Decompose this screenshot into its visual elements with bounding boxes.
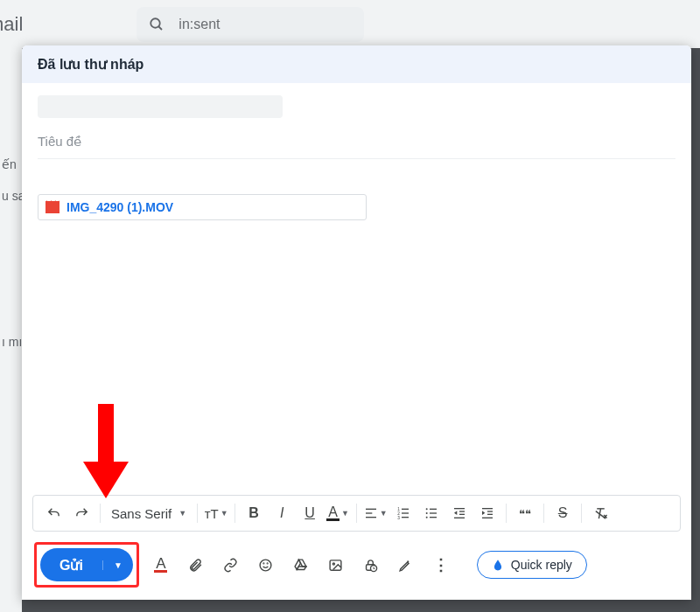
svg-point-0 — [151, 18, 161, 28]
recipients-row[interactable] — [38, 83, 676, 118]
svg-line-1 — [159, 26, 163, 30]
separator — [356, 504, 357, 523]
separator — [506, 504, 507, 523]
chevron-down-icon: ▼ — [341, 509, 349, 518]
chevron-down-icon: ▼ — [178, 509, 186, 518]
insert-drive-button[interactable] — [288, 552, 314, 578]
insert-signature-button[interactable] — [393, 552, 419, 578]
background-header: mail in:sent — [0, 0, 700, 48]
quick-reply-button[interactable]: Quick reply — [477, 551, 587, 579]
search-icon — [149, 17, 164, 32]
redo-button[interactable] — [68, 501, 94, 525]
send-button-label: Gửi — [40, 557, 102, 574]
insert-emoji-button[interactable] — [253, 552, 279, 578]
confidential-mode-button[interactable] — [358, 552, 384, 578]
separator — [543, 504, 544, 523]
separator — [100, 504, 101, 523]
send-button-highlight: Gửi ▼ — [34, 542, 139, 588]
compose-bottom-toolbar: Gửi ▼ A ⋮ Quic — [22, 532, 691, 600]
bulleted-list-button[interactable] — [418, 501, 444, 525]
attach-file-button[interactable] — [183, 552, 209, 578]
send-button[interactable]: Gửi ▼ — [40, 548, 133, 581]
font-family-select[interactable]: Sans Serif ▼ — [106, 506, 192, 521]
compose-message-area[interactable]: IMG_4290 (1).MOV — [38, 159, 676, 495]
compose-body: Tiêu đề IMG_4290 (1).MOV — [22, 83, 691, 495]
indent-more-button[interactable] — [474, 501, 500, 525]
svg-point-14 — [426, 508, 428, 510]
logo-fragment: mail — [0, 13, 23, 36]
separator — [197, 504, 198, 523]
svg-point-15 — [426, 512, 428, 514]
insert-link-button[interactable] — [218, 552, 244, 578]
water-drop-icon — [492, 558, 504, 572]
quote-button[interactable]: ❝❝ — [512, 501, 538, 525]
send-more-options[interactable]: ▼ — [102, 560, 133, 570]
quick-reply-label: Quick reply — [511, 558, 572, 572]
svg-point-33 — [268, 563, 269, 564]
compose-window: Đã lưu thư nháp Tiêu đề IMG_4290 (1).MOV… — [22, 45, 691, 600]
subject-input[interactable]: Tiêu đề — [38, 118, 676, 159]
background-search-bar: in:sent — [136, 7, 364, 42]
numbered-list-button[interactable]: 123 — [390, 501, 416, 525]
undo-button[interactable] — [40, 501, 66, 525]
svg-point-16 — [426, 517, 428, 518]
italic-button[interactable]: I — [269, 501, 295, 525]
align-button[interactable]: ▼ — [362, 501, 388, 525]
svg-point-35 — [333, 563, 335, 565]
underline-button[interactable]: U — [297, 501, 323, 525]
chevron-down-icon: ▼ — [220, 509, 228, 518]
svg-point-31 — [260, 560, 271, 571]
font-size-button[interactable]: тT ▼ — [203, 501, 229, 525]
svg-point-32 — [263, 563, 264, 564]
text-color-button[interactable]: A ▼ — [325, 501, 351, 525]
recipient-chip-placeholder — [38, 95, 283, 118]
strikethrough-button[interactable]: S — [550, 501, 576, 525]
separator — [581, 504, 582, 523]
text-color-button[interactable]: A — [148, 552, 174, 578]
attachment-chip[interactable]: IMG_4290 (1).MOV — [38, 194, 367, 220]
insert-photo-button[interactable] — [323, 552, 349, 578]
formatting-toolbar: Sans Serif ▼ тT ▼ B I U A ▼ ▼ 123 — [32, 495, 681, 532]
indent-less-button[interactable] — [446, 501, 472, 525]
attachment-filename: IMG_4290 (1).MOV — [66, 200, 173, 214]
bold-button[interactable]: B — [241, 501, 267, 525]
video-file-icon — [46, 201, 60, 213]
remove-formatting-button[interactable] — [587, 501, 613, 525]
chevron-down-icon: ▼ — [380, 509, 388, 518]
more-options-button[interactable]: ⋮ — [428, 552, 454, 578]
svg-text:3: 3 — [397, 516, 400, 520]
compose-header: Đã lưu thư nháp — [22, 45, 691, 83]
separator — [234, 504, 235, 523]
search-value: in:sent — [178, 17, 220, 32]
